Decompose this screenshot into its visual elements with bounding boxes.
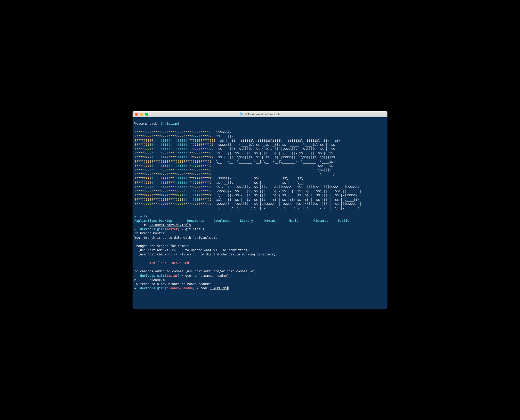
window-title: ~/Documents/dev/devTools: [133, 112, 387, 116]
prompt-dir: devTools: [140, 274, 155, 278]
git-status-line: (use "git add <file>..." to update what …: [134, 248, 247, 252]
ls-entry: Documents: [187, 219, 204, 223]
ls-entry: Pictures: [313, 219, 328, 223]
cd-path: Documents/dev/devTools: [149, 223, 191, 227]
welcome-prefix: Welcome back,: [134, 122, 161, 125]
ls-entry: Desktop: [159, 219, 172, 223]
git-status-line: On branch master: [134, 231, 164, 235]
prompt-cmd: gco -b "cleanup-readme": [185, 274, 229, 278]
titlebar[interactable]: ~/Documents/dev/devTools: [133, 111, 387, 117]
zoom-icon[interactable]: [145, 113, 148, 116]
ls-entry: Library: [240, 219, 253, 223]
git-status-line: no changes added to commit (use "git add…: [134, 269, 257, 273]
prompt-arrow: →: [134, 286, 136, 290]
git-status-line: Your branch is up to date with 'origin/m…: [134, 236, 223, 240]
git-status-line: Changes not staged for commit:: [134, 244, 191, 248]
prompt-arrow: →: [134, 274, 136, 278]
prompt-dir: devTools: [140, 286, 155, 290]
prompt-arrow: →: [134, 227, 136, 231]
ls-entry: Music: [289, 219, 298, 223]
git-branch: master: [166, 227, 178, 231]
dirty-icon: ✗: [196, 286, 198, 290]
modified-label: modified:: [134, 261, 172, 265]
git-branch: master: [166, 274, 178, 278]
code-arg: README.md: [210, 286, 227, 290]
prompt-dir: ~: [140, 223, 142, 227]
ls-entry: Movies: [264, 219, 276, 223]
git-label: git:: [157, 274, 165, 278]
terminal-window: ~/Documents/dev/devTools Welcome back, C…: [133, 111, 387, 309]
prompt-dir: devTools: [140, 227, 155, 231]
ascii-banner: ????????????????????????????????????????…: [134, 130, 386, 210]
git-label: git:: [157, 227, 165, 231]
ls-output: Applications Desktop Documents Downloads…: [134, 219, 351, 223]
welcome-name: Christian: [161, 122, 178, 125]
window-title-text: ~/Documents/dev/devTools: [244, 112, 280, 116]
git-status-line: (use "git checkout -- <file>..." to disc…: [134, 252, 276, 256]
prompt-cmd: code: [201, 286, 210, 290]
prompt-cmd: git status: [185, 227, 204, 231]
folder-icon: [240, 113, 243, 115]
minimize-icon[interactable]: [140, 113, 143, 116]
git-branch: cleanup-readme: [166, 286, 193, 290]
git-label: git:: [157, 286, 165, 290]
prompt-cmd: cd: [144, 223, 149, 227]
ls-entry: Downloads: [213, 219, 230, 223]
close-icon[interactable]: [135, 113, 138, 116]
ls-entry: Applications: [134, 219, 157, 223]
ls-entry: Public: [338, 219, 349, 223]
prompt-arrow: →: [134, 214, 136, 218]
dirty-icon: ✗: [181, 227, 183, 231]
traffic-lights: [135, 113, 148, 116]
dirty-icon: ✗: [181, 274, 183, 278]
prompt-cmd: ls: [144, 214, 148, 218]
cursor-icon: [227, 286, 229, 290]
gco-output: M README.md: [134, 278, 166, 282]
gco-output: Switched to a new branch 'cleanup-readme…: [134, 282, 212, 286]
terminal-body[interactable]: Welcome back, Christian! ???????????????…: [133, 117, 387, 309]
prompt-dir: ~: [140, 214, 142, 218]
welcome-suffix: !: [178, 122, 180, 125]
modified-file: README.md: [172, 261, 189, 265]
prompt-arrow: →: [134, 223, 136, 227]
